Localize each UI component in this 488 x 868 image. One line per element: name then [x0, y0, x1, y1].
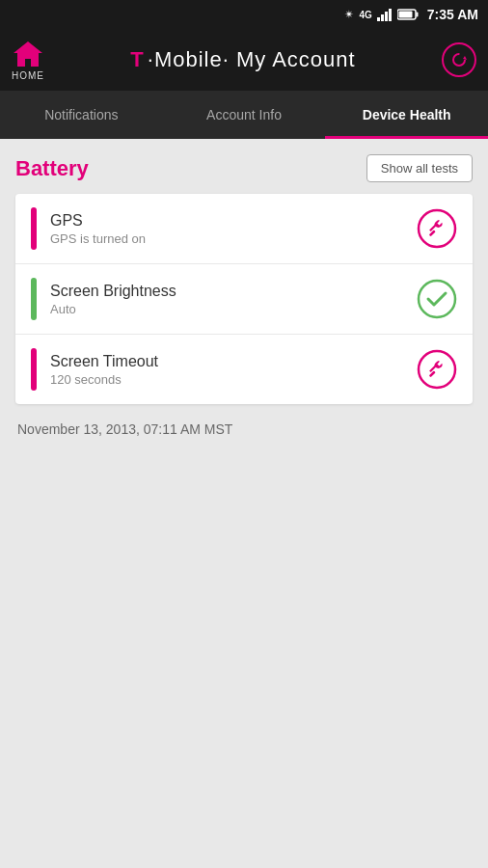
section-header: Battery Show all tests: [15, 154, 473, 182]
brightness-indicator: [31, 278, 37, 320]
gps-status: GPS is turned on: [50, 231, 403, 246]
signal-bars-icon: [377, 8, 393, 21]
timestamp: November 13, 2013, 07:11 AM MST: [17, 421, 473, 437]
test-card: GPS GPS is turned on Screen Brightness A…: [15, 194, 473, 404]
svg-rect-2: [385, 12, 388, 21]
show-all-button[interactable]: Show all tests: [366, 154, 473, 182]
app-bar: HOME T ·Mobile· My Account: [0, 29, 488, 91]
gps-indicator: [31, 207, 37, 250]
network-icon: 4G: [359, 10, 371, 20]
refresh-button[interactable]: [442, 42, 476, 77]
svg-rect-3: [389, 9, 392, 21]
timeout-status-icon[interactable]: [417, 349, 457, 390]
tab-account-info[interactable]: Account Info: [163, 94, 326, 139]
brightness-status-icon[interactable]: [417, 279, 457, 319]
svg-rect-5: [416, 13, 418, 17]
brand-name: ·Mobile· My Account: [148, 47, 356, 72]
t-logo: T: [130, 47, 143, 72]
brand-logo: T ·Mobile· My Account: [130, 47, 355, 72]
tab-notifications[interactable]: Notifications: [0, 94, 163, 139]
status-bar: ✴ 4G 7:35 AM: [0, 0, 488, 29]
status-icons: ✴ 4G 7:35 AM: [344, 7, 478, 22]
test-item-brightness: Screen Brightness Auto: [15, 264, 473, 335]
svg-rect-1: [381, 14, 384, 21]
status-time: 7:35 AM: [427, 7, 478, 22]
svg-rect-11: [429, 230, 436, 236]
main-content: Battery Show all tests GPS GPS is turned…: [0, 139, 488, 452]
bluetooth-icon: ✴: [344, 8, 354, 21]
home-label: HOME: [12, 70, 44, 81]
gps-info: GPS GPS is turned on: [50, 212, 403, 246]
svg-rect-14: [429, 370, 436, 377]
brightness-status: Auto: [50, 302, 403, 316]
svg-rect-6: [398, 12, 412, 18]
test-item-gps: GPS GPS is turned on: [15, 194, 473, 264]
svg-rect-0: [377, 17, 380, 21]
svg-point-13: [419, 351, 455, 388]
battery-icon: [397, 9, 419, 20]
svg-marker-7: [14, 41, 42, 67]
tab-bar: Notifications Account Info Device Health: [0, 91, 488, 139]
svg-point-8: [453, 54, 465, 66]
refresh-icon: [449, 50, 469, 69]
brightness-info: Screen Brightness Auto: [50, 283, 403, 316]
gps-name: GPS: [50, 212, 403, 230]
gps-status-icon[interactable]: [417, 208, 457, 249]
svg-marker-9: [463, 56, 467, 60]
section-title: Battery: [15, 156, 89, 181]
svg-point-12: [419, 281, 455, 317]
svg-point-10: [419, 210, 455, 247]
timeout-info: Screen Timeout 120 seconds: [50, 353, 403, 387]
home-icon: [12, 40, 44, 68]
home-button[interactable]: HOME: [12, 40, 44, 81]
brightness-name: Screen Brightness: [50, 283, 403, 300]
timeout-name: Screen Timeout: [50, 353, 403, 370]
test-item-timeout: Screen Timeout 120 seconds: [15, 335, 473, 404]
tab-device-health[interactable]: Device Health: [325, 94, 488, 139]
timeout-status: 120 seconds: [50, 372, 403, 387]
timeout-indicator: [31, 348, 37, 391]
